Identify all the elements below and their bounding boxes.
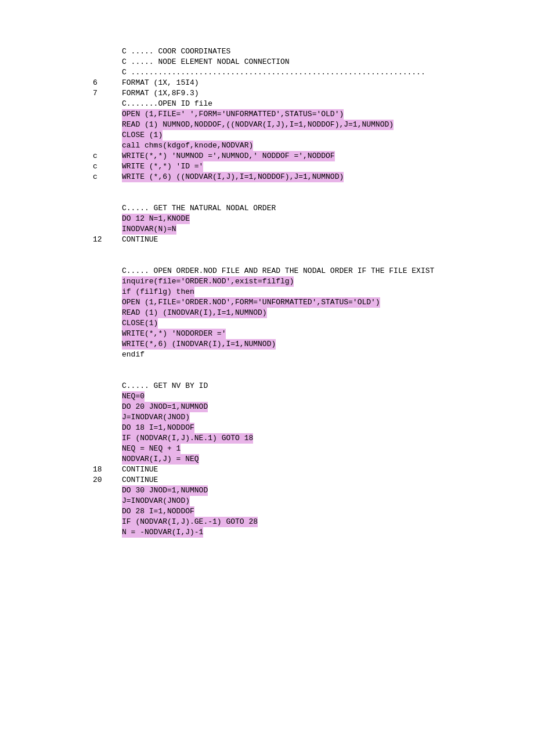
line-number-9: [93, 141, 122, 151]
line-content-44: DO 28 I=1,NODDOF: [122, 506, 194, 517]
line-21: C..... OPEN ORDER.NOD FILE AND READ THE …: [93, 266, 534, 276]
line-content-25: READ (1) (INODVAR(I),I=1,NUMNOD): [122, 308, 267, 318]
line-number-1: [93, 57, 122, 67]
line-number-31: [93, 370, 122, 381]
line-number-44: [93, 506, 122, 517]
line-8: CLOSE (1): [93, 130, 534, 141]
line-content-27: WRITE(*,*) 'NODORDER =': [122, 329, 226, 339]
line-number-25: [93, 308, 122, 318]
line-46: N = -NODVAR(I,J)-1: [93, 527, 534, 538]
line-0: C ..... COOR COORDINATES: [93, 46, 534, 57]
line-number-4: 7: [93, 88, 122, 99]
line-20: [93, 255, 534, 266]
line-content-41: CONTINUE: [122, 475, 158, 485]
line-content-18: CONTINUE: [122, 235, 158, 245]
line-26: CLOSE(1): [93, 318, 534, 329]
line-number-22: [93, 276, 122, 287]
line-content-42: DO 30 JNOD=1,NUMNOD: [122, 485, 208, 496]
line-39: NODVAR(I,J) = NEQ: [93, 454, 534, 465]
line-13: [93, 182, 534, 193]
line-content-6: OPEN (1,FILE=' ',FORM='UNFORMATTED',STAT…: [122, 109, 344, 120]
line-content-23: if (filflg) then: [122, 287, 194, 297]
line-9: call chms(kdgof,knode,NODVAR): [93, 141, 534, 151]
line-number-11: c: [93, 161, 122, 172]
line-content-45: IF (NODVAR(I,J).GE.-1) GOTO 28: [122, 517, 258, 527]
line-33: NEQ=0: [93, 391, 534, 402]
line-number-42: [93, 485, 122, 496]
line-number-15: [93, 203, 122, 214]
line-content-40: CONTINUE: [122, 465, 158, 475]
line-number-41: 20: [93, 475, 122, 485]
line-4: 7 FORMAT (1X,8F9.3): [93, 88, 534, 99]
line-number-28: [93, 339, 122, 350]
line-content-21: C..... OPEN ORDER.NOD FILE AND READ THE …: [122, 266, 434, 276]
line-content-8: CLOSE (1): [122, 130, 163, 141]
line-24: OPEN (1,FILE='ORDER.NOD',FORM='UNFORMATT…: [93, 297, 534, 308]
line-number-19: [93, 245, 122, 255]
line-7: READ (1) NUMNOD,NODDOF,((NODVAR(I,J),I=1…: [93, 120, 534, 130]
line-27: WRITE(*,*) 'NODORDER =': [93, 329, 534, 339]
line-content-2: C ......................................…: [122, 67, 425, 78]
line-content-17: INODVAR(N)=N: [122, 224, 176, 235]
line-29: endif: [93, 350, 534, 360]
line-22: inquire(file='ORDER.NOD',exist=filflg): [93, 276, 534, 287]
line-number-46: [93, 527, 122, 538]
line-number-32: [93, 381, 122, 391]
line-36: DO 18 I=1,NODDOF: [93, 423, 534, 433]
line-number-38: [93, 444, 122, 454]
line-content-5: C.......OPEN ID file: [122, 99, 212, 109]
line-number-40: 18: [93, 465, 122, 475]
line-5: C.......OPEN ID file: [93, 99, 534, 109]
line-content-39: NODVAR(I,J) = NEQ: [122, 454, 199, 465]
line-content-36: DO 18 I=1,NODDOF: [122, 423, 194, 433]
line-44: DO 28 I=1,NODDOF: [93, 506, 534, 517]
line-number-20: [93, 255, 122, 266]
line-content-1: C ..... NODE ELEMENT NODAL CONNECTION: [122, 57, 290, 67]
line-number-23: [93, 287, 122, 297]
line-43: J=INODVAR(JNOD): [93, 496, 534, 506]
line-19: [93, 245, 534, 255]
line-number-7: [93, 120, 122, 130]
line-number-29: [93, 350, 122, 360]
line-number-24: [93, 297, 122, 308]
line-number-5: [93, 99, 122, 109]
line-23: if (filflg) then: [93, 287, 534, 297]
line-32: C..... GET NV BY ID: [93, 381, 534, 391]
line-16: DO 12 N=1,KNODE: [93, 214, 534, 224]
line-38: NEQ = NEQ + 1: [93, 444, 534, 454]
line-31: [93, 370, 534, 381]
line-34: DO 20 JNOD=1,NUMNOD: [93, 402, 534, 412]
line-1: C ..... NODE ELEMENT NODAL CONNECTION: [93, 57, 534, 67]
line-40: 18 CONTINUE: [93, 465, 534, 475]
line-number-13: [93, 182, 122, 193]
line-content-15: C..... GET THE NATURAL NODAL ORDER: [122, 203, 276, 214]
line-number-2: [93, 67, 122, 78]
line-content-3: FORMAT (1X, 15I4): [122, 78, 199, 88]
line-41: 20 CONTINUE: [93, 475, 534, 485]
line-content-29: endif: [122, 350, 145, 360]
line-11: c WRITE (*,*) 'ID =': [93, 161, 534, 172]
line-number-34: [93, 402, 122, 412]
line-content-46: N = -NODVAR(I,J)-1: [122, 527, 203, 538]
line-content-34: DO 20 JNOD=1,NUMNOD: [122, 402, 208, 412]
line-content-0: C ..... COOR COORDINATES: [122, 46, 230, 57]
line-42: DO 30 JNOD=1,NUMNOD: [93, 485, 534, 496]
line-content-12: WRITE (*,6) ((NODVAR(I,J),I=1,NODDOF),J=…: [122, 172, 344, 182]
line-number-17: [93, 224, 122, 235]
line-content-28: WRITE(*,6) (INODVAR(I),I=1,NUMNOD): [122, 339, 276, 350]
line-30: [93, 360, 534, 370]
line-number-36: [93, 423, 122, 433]
line-number-37: [93, 433, 122, 444]
line-content-10: WRITE(*,*) 'NUMNOD =',NUMNOD,' NODDOF ='…: [122, 151, 335, 161]
line-content-16: DO 12 N=1,KNODE: [122, 214, 190, 224]
line-2: C ......................................…: [93, 67, 534, 78]
line-37: IF (NODVAR(I,J).NE.1) GOTO 18: [93, 433, 534, 444]
code-container: C ..... COOR COORDINATESC ..... NODE ELE…: [0, 46, 534, 538]
line-number-14: [93, 193, 122, 203]
line-18: 12 CONTINUE: [93, 235, 534, 245]
line-number-39: [93, 454, 122, 465]
line-28: WRITE(*,6) (INODVAR(I),I=1,NUMNOD): [93, 339, 534, 350]
line-content-24: OPEN (1,FILE='ORDER.NOD',FORM='UNFORMATT…: [122, 297, 380, 308]
line-content-9: call chms(kdgof,knode,NODVAR): [122, 141, 253, 151]
line-content-7: READ (1) NUMNOD,NODDOF,((NODVAR(I,J),I=1…: [122, 120, 394, 130]
